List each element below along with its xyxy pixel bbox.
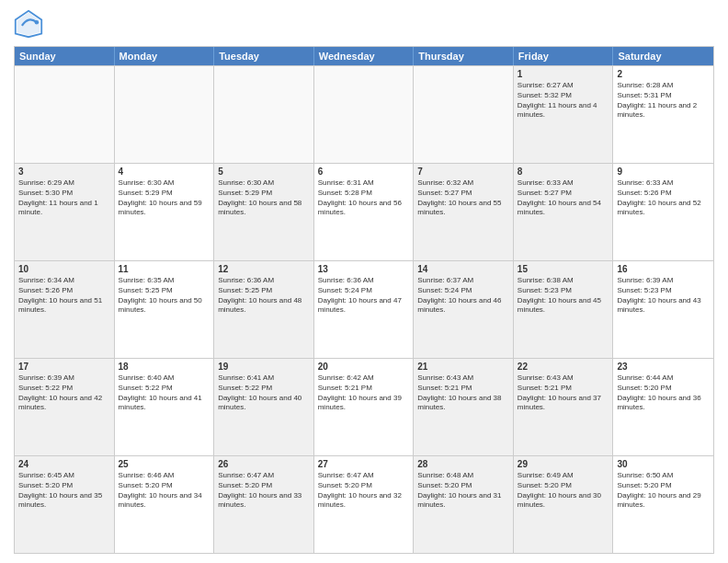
calendar-cell-day-21: 21Sunrise: 6:43 AM Sunset: 5:21 PM Dayli… (414, 359, 514, 455)
calendar-row-4: 17Sunrise: 6:39 AM Sunset: 5:22 PM Dayli… (15, 358, 713, 455)
day-number: 27 (318, 459, 410, 469)
header (14, 9, 714, 39)
calendar-cell-day-15: 15Sunrise: 6:38 AM Sunset: 5:23 PM Dayli… (514, 261, 614, 358)
day-number: 21 (417, 362, 509, 372)
header-day-thursday: Thursday (414, 47, 514, 65)
calendar-row-5: 24Sunrise: 6:45 AM Sunset: 5:20 PM Dayli… (15, 455, 713, 553)
cell-info: Sunrise: 6:38 AM Sunset: 5:23 PM Dayligh… (518, 276, 609, 316)
day-number: 13 (318, 264, 410, 274)
day-number: 15 (518, 264, 609, 274)
calendar-cell-day-29: 29Sunrise: 6:49 AM Sunset: 5:20 PM Dayli… (514, 456, 614, 553)
cell-info: Sunrise: 6:35 AM Sunset: 5:25 PM Dayligh… (119, 276, 210, 316)
day-number: 9 (617, 167, 710, 177)
cell-info: Sunrise: 6:31 AM Sunset: 5:28 PM Dayligh… (318, 178, 410, 218)
day-number: 23 (617, 362, 710, 372)
svg-point-2 (35, 20, 39, 24)
day-number: 3 (18, 167, 110, 177)
calendar-cell-day-26: 26Sunrise: 6:47 AM Sunset: 5:20 PM Dayli… (214, 456, 314, 553)
calendar-cell-day-6: 6Sunrise: 6:31 AM Sunset: 5:28 PM Daylig… (314, 164, 415, 260)
day-number: 19 (218, 362, 310, 372)
cell-info: Sunrise: 6:28 AM Sunset: 5:31 PM Dayligh… (617, 81, 710, 121)
calendar-cell-day-7: 7Sunrise: 6:32 AM Sunset: 5:27 PM Daylig… (414, 164, 514, 260)
calendar-cell-day-20: 20Sunrise: 6:42 AM Sunset: 5:21 PM Dayli… (314, 359, 415, 455)
header-day-friday: Friday (514, 47, 614, 65)
calendar-cell-day-2: 2Sunrise: 6:28 AM Sunset: 5:31 PM Daylig… (613, 66, 713, 163)
day-number: 25 (119, 459, 210, 469)
header-day-tuesday: Tuesday (214, 47, 314, 65)
calendar-cell-empty-0-2 (214, 66, 314, 163)
day-number: 14 (417, 264, 509, 274)
calendar-cell-day-16: 16Sunrise: 6:39 AM Sunset: 5:23 PM Dayli… (613, 261, 713, 358)
calendar-cell-day-9: 9Sunrise: 6:33 AM Sunset: 5:26 PM Daylig… (613, 164, 713, 260)
calendar-cell-day-4: 4Sunrise: 6:30 AM Sunset: 5:29 PM Daylig… (115, 164, 215, 260)
calendar-cell-day-23: 23Sunrise: 6:44 AM Sunset: 5:20 PM Dayli… (613, 359, 713, 455)
calendar-cell-day-11: 11Sunrise: 6:35 AM Sunset: 5:25 PM Dayli… (115, 261, 215, 358)
day-number: 28 (417, 459, 509, 469)
cell-info: Sunrise: 6:48 AM Sunset: 5:20 PM Dayligh… (417, 471, 509, 511)
day-number: 30 (617, 459, 710, 469)
header-day-wednesday: Wednesday (314, 47, 415, 65)
calendar-cell-day-3: 3Sunrise: 6:29 AM Sunset: 5:30 PM Daylig… (15, 164, 115, 260)
calendar-cell-day-17: 17Sunrise: 6:39 AM Sunset: 5:22 PM Dayli… (15, 359, 115, 455)
day-number: 10 (18, 264, 110, 274)
calendar-cell-day-19: 19Sunrise: 6:41 AM Sunset: 5:22 PM Dayli… (214, 359, 314, 455)
calendar-cell-day-10: 10Sunrise: 6:34 AM Sunset: 5:26 PM Dayli… (15, 261, 115, 358)
cell-info: Sunrise: 6:30 AM Sunset: 5:29 PM Dayligh… (218, 178, 310, 218)
cell-info: Sunrise: 6:33 AM Sunset: 5:27 PM Dayligh… (518, 178, 609, 218)
day-number: 1 (518, 69, 609, 79)
calendar-cell-day-28: 28Sunrise: 6:48 AM Sunset: 5:20 PM Dayli… (414, 456, 514, 553)
day-number: 18 (119, 362, 210, 372)
calendar-cell-empty-0-0 (15, 66, 115, 163)
calendar-cell-day-8: 8Sunrise: 6:33 AM Sunset: 5:27 PM Daylig… (514, 164, 614, 260)
day-number: 12 (218, 264, 310, 274)
cell-info: Sunrise: 6:49 AM Sunset: 5:20 PM Dayligh… (518, 471, 609, 511)
day-number: 24 (18, 459, 110, 469)
logo-icon (14, 9, 43, 39)
cell-info: Sunrise: 6:40 AM Sunset: 5:22 PM Dayligh… (119, 373, 210, 413)
calendar-cell-empty-0-4 (414, 66, 514, 163)
day-number: 8 (518, 167, 609, 177)
day-number: 6 (318, 167, 410, 177)
calendar-cell-day-22: 22Sunrise: 6:43 AM Sunset: 5:21 PM Dayli… (514, 359, 614, 455)
calendar: SundayMondayTuesdayWednesdayThursdayFrid… (14, 46, 714, 554)
day-number: 16 (617, 264, 710, 274)
calendar-cell-day-24: 24Sunrise: 6:45 AM Sunset: 5:20 PM Dayli… (15, 456, 115, 553)
cell-info: Sunrise: 6:32 AM Sunset: 5:27 PM Dayligh… (417, 178, 509, 218)
header-day-monday: Monday (115, 47, 215, 65)
cell-info: Sunrise: 6:36 AM Sunset: 5:25 PM Dayligh… (218, 276, 310, 316)
cell-info: Sunrise: 6:30 AM Sunset: 5:29 PM Dayligh… (119, 178, 210, 218)
calendar-cell-day-13: 13Sunrise: 6:36 AM Sunset: 5:24 PM Dayli… (314, 261, 415, 358)
header-day-saturday: Saturday (613, 47, 713, 65)
calendar-cell-day-25: 25Sunrise: 6:46 AM Sunset: 5:20 PM Dayli… (115, 456, 215, 553)
calendar-cell-day-1: 1Sunrise: 6:27 AM Sunset: 5:32 PM Daylig… (514, 66, 614, 163)
calendar-cell-day-14: 14Sunrise: 6:37 AM Sunset: 5:24 PM Dayli… (414, 261, 514, 358)
calendar-cell-empty-0-3 (314, 66, 415, 163)
calendar-cell-day-30: 30Sunrise: 6:50 AM Sunset: 5:20 PM Dayli… (613, 456, 713, 553)
calendar-cell-day-18: 18Sunrise: 6:40 AM Sunset: 5:22 PM Dayli… (115, 359, 215, 455)
header-day-sunday: Sunday (15, 47, 115, 65)
cell-info: Sunrise: 6:43 AM Sunset: 5:21 PM Dayligh… (417, 373, 509, 413)
cell-info: Sunrise: 6:29 AM Sunset: 5:30 PM Dayligh… (18, 178, 110, 218)
calendar-body: 1Sunrise: 6:27 AM Sunset: 5:32 PM Daylig… (15, 65, 713, 553)
cell-info: Sunrise: 6:42 AM Sunset: 5:21 PM Dayligh… (318, 373, 410, 413)
cell-info: Sunrise: 6:39 AM Sunset: 5:23 PM Dayligh… (617, 276, 710, 316)
day-number: 20 (318, 362, 410, 372)
page: SundayMondayTuesdayWednesdayThursdayFrid… (0, 0, 728, 563)
cell-info: Sunrise: 6:46 AM Sunset: 5:20 PM Dayligh… (119, 471, 210, 511)
cell-info: Sunrise: 6:33 AM Sunset: 5:26 PM Dayligh… (617, 178, 710, 218)
day-number: 4 (119, 167, 210, 177)
calendar-header: SundayMondayTuesdayWednesdayThursdayFrid… (15, 47, 713, 65)
cell-info: Sunrise: 6:41 AM Sunset: 5:22 PM Dayligh… (218, 373, 310, 413)
cell-info: Sunrise: 6:43 AM Sunset: 5:21 PM Dayligh… (518, 373, 609, 413)
day-number: 29 (518, 459, 609, 469)
day-number: 11 (119, 264, 210, 274)
calendar-cell-day-5: 5Sunrise: 6:30 AM Sunset: 5:29 PM Daylig… (214, 164, 314, 260)
logo (14, 9, 47, 39)
day-number: 26 (218, 459, 310, 469)
day-number: 22 (518, 362, 609, 372)
day-number: 7 (417, 167, 509, 177)
calendar-row-3: 10Sunrise: 6:34 AM Sunset: 5:26 PM Dayli… (15, 260, 713, 358)
cell-info: Sunrise: 6:45 AM Sunset: 5:20 PM Dayligh… (18, 471, 110, 511)
cell-info: Sunrise: 6:47 AM Sunset: 5:20 PM Dayligh… (218, 471, 310, 511)
calendar-cell-empty-0-1 (115, 66, 215, 163)
